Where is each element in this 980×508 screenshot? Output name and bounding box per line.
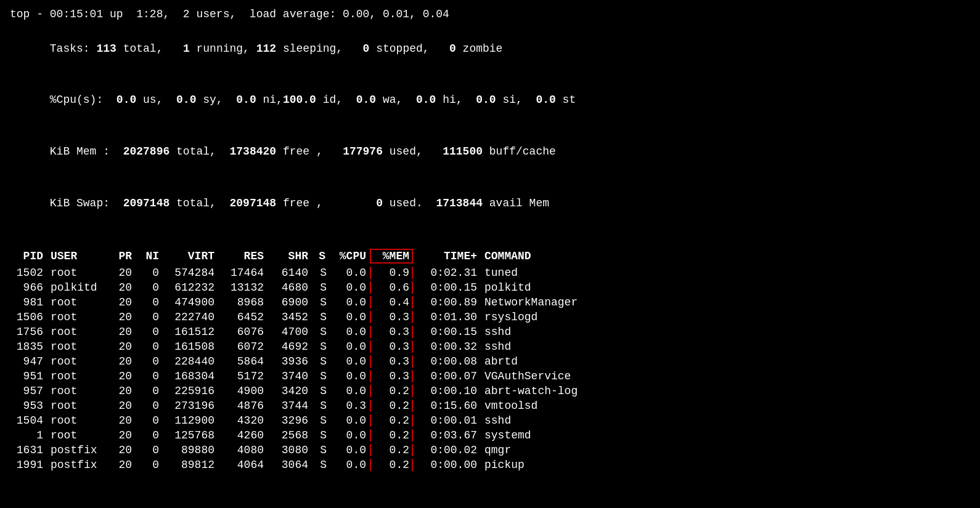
cell-res: 4080 [218, 444, 267, 456]
cell-ni: 0 [136, 414, 163, 427]
cell-s: S [312, 281, 329, 294]
cell-pr: 20 [108, 281, 136, 294]
cell-time: 0:00.01 [413, 414, 481, 427]
cell-ni: 0 [136, 326, 163, 338]
cell-cmd: pickup [481, 459, 616, 471]
col-header-time: TIME+ [413, 250, 481, 262]
tasks-zombie: 0 [449, 42, 456, 55]
cell-virt: 161512 [163, 326, 218, 338]
cell-res: 13132 [218, 281, 267, 294]
process-rows: 1502 root 20 0 574284 17464 6140 S 0.0 0… [10, 265, 970, 472]
cell-pr: 20 [108, 459, 136, 471]
cell-s: S [312, 267, 329, 279]
cell-cpu: 0.0 [329, 296, 370, 308]
cell-cpu: 0.0 [329, 444, 370, 456]
cell-res: 4260 [218, 429, 267, 441]
cell-user: root [47, 296, 108, 308]
cell-time: 0:00.00 [413, 459, 481, 471]
cell-shr: 3936 [267, 355, 312, 368]
cell-res: 4320 [218, 414, 267, 427]
cell-s: S [312, 326, 329, 338]
cell-ni: 0 [136, 296, 163, 308]
cell-virt: 612232 [163, 281, 218, 294]
cell-pr: 20 [108, 444, 136, 456]
cell-ni: 0 [136, 429, 163, 441]
cell-res: 6076 [218, 326, 267, 338]
cell-ni: 0 [136, 444, 163, 456]
cell-cmd: vmtoolsd [481, 400, 616, 412]
header-line-2: Tasks: 113 total, 1 running, 112 sleepin… [10, 23, 970, 75]
cell-shr: 6140 [267, 267, 312, 279]
header-line-5: KiB Swap: 2097148 total, 2097148 free , … [10, 178, 970, 230]
cell-cpu: 0.0 [329, 311, 370, 323]
cell-shr: 3420 [267, 385, 312, 397]
cell-cpu: 0.0 [329, 385, 370, 397]
cell-ni: 0 [136, 311, 163, 323]
cell-time: 0:00.15 [413, 281, 481, 294]
cell-virt: 168304 [163, 370, 218, 382]
header-line-1: top - 00:15:01 up 1:28, 2 users, load av… [10, 6, 970, 23]
table-row: 1835 root 20 0 161508 6072 4692 S 0.0 0.… [10, 339, 970, 354]
header-line-4: KiB Mem : 2027896 total, 1738420 free , … [10, 126, 970, 178]
cell-cpu: 0.0 [329, 281, 370, 294]
cell-s: S [312, 355, 329, 368]
cell-pid: 1835 [10, 341, 47, 353]
cell-cmd: tuned [481, 267, 616, 279]
table-row: 1506 root 20 0 222740 6452 3452 S 0.0 0.… [10, 310, 970, 325]
cell-pr: 20 [108, 385, 136, 397]
cell-shr: 6900 [267, 296, 312, 308]
cell-s: S [312, 429, 329, 441]
cell-shr: 4692 [267, 341, 312, 353]
cell-cmd: rsyslogd [481, 311, 616, 323]
cell-mem: 0.4 [370, 296, 413, 308]
cell-res: 5864 [218, 355, 267, 368]
cell-virt: 222740 [163, 311, 218, 323]
cell-cmd: sshd [481, 414, 616, 427]
cell-mem: 0.2 [370, 385, 413, 397]
cell-time: 0:00.15 [413, 326, 481, 338]
cell-cmd: qmgr [481, 444, 616, 456]
cell-user: polkitd [47, 281, 108, 294]
table-row: 1756 root 20 0 161512 6076 4700 S 0.0 0.… [10, 325, 970, 339]
cell-pid: 1502 [10, 267, 47, 279]
cell-ni: 0 [136, 341, 163, 353]
col-header-shr: SHR [267, 250, 312, 262]
cell-cmd: abrtd [481, 355, 616, 368]
cell-s: S [312, 370, 329, 382]
cell-pid: 951 [10, 370, 47, 382]
cell-res: 4064 [218, 459, 267, 471]
cell-cpu: 0.0 [329, 414, 370, 427]
tasks-label: Tasks: [50, 42, 97, 55]
cell-time: 0:00.07 [413, 370, 481, 382]
cell-user: root [47, 400, 108, 412]
cell-virt: 225916 [163, 385, 218, 397]
terminal-output: top - 00:15:01 up 1:28, 2 users, load av… [10, 6, 970, 472]
cell-cmd: sshd [481, 326, 616, 338]
cell-virt: 125768 [163, 429, 218, 441]
cell-mem: 0.3 [370, 370, 413, 382]
cell-virt: 273196 [163, 400, 218, 412]
cell-mem: 0.2 [370, 444, 413, 456]
cell-ni: 0 [136, 459, 163, 471]
cell-pid: 1631 [10, 444, 47, 456]
cell-pr: 20 [108, 296, 136, 308]
cell-time: 0:00.10 [413, 385, 481, 397]
cell-mem: 0.3 [370, 341, 413, 353]
process-table: PID USER PR NI VIRT RES SHR S %CPU %MEM … [10, 247, 970, 472]
cell-pid: 947 [10, 355, 47, 368]
cell-time: 0:03.67 [413, 429, 481, 441]
cell-pid: 966 [10, 281, 47, 294]
cell-mem: 0.3 [370, 355, 413, 368]
col-header-cmd: COMMAND [481, 250, 616, 262]
cell-pr: 20 [108, 326, 136, 338]
cell-user: root [47, 267, 108, 279]
cell-mem: 0.3 [370, 311, 413, 323]
table-row: 957 root 20 0 225916 4900 3420 S 0.0 0.2… [10, 384, 970, 398]
table-row: 947 root 20 0 228440 5864 3936 S 0.0 0.3… [10, 354, 970, 369]
cell-cpu: 0.0 [329, 341, 370, 353]
cell-time: 0:01.30 [413, 311, 481, 323]
table-row: 1991 postfix 20 0 89812 4064 3064 S 0.0 … [10, 458, 970, 472]
cell-cpu: 0.0 [329, 370, 370, 382]
cell-s: S [312, 444, 329, 456]
cell-virt: 161508 [163, 341, 218, 353]
